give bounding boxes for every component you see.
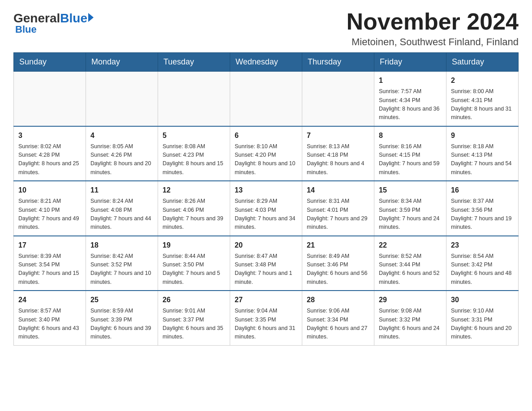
day-number: 30	[451, 295, 514, 305]
day-number: 19	[163, 240, 225, 251]
table-row: 10Sunrise: 8:21 AM Sunset: 4:10 PM Dayli…	[14, 181, 86, 236]
table-row: 28Sunrise: 9:06 AM Sunset: 3:34 PM Dayli…	[302, 291, 374, 345]
day-number: 5	[163, 130, 225, 141]
day-info: Sunrise: 7:57 AM Sunset: 4:34 PM Dayligh…	[379, 87, 442, 122]
table-row: 17Sunrise: 8:39 AM Sunset: 3:54 PM Dayli…	[14, 236, 86, 291]
calendar-week-row: 17Sunrise: 8:39 AM Sunset: 3:54 PM Dayli…	[14, 236, 519, 291]
day-info: Sunrise: 8:24 AM Sunset: 4:08 PM Dayligh…	[90, 197, 153, 232]
day-info: Sunrise: 8:10 AM Sunset: 4:20 PM Dayligh…	[235, 142, 297, 177]
table-row: 12Sunrise: 8:26 AM Sunset: 4:06 PM Dayli…	[158, 181, 230, 236]
table-row: 23Sunrise: 8:54 AM Sunset: 3:42 PM Dayli…	[446, 236, 519, 291]
day-info: Sunrise: 8:39 AM Sunset: 3:54 PM Dayligh…	[18, 252, 81, 287]
table-row: 9Sunrise: 8:18 AM Sunset: 4:13 PM Daylig…	[446, 126, 519, 181]
header-tuesday: Tuesday	[158, 53, 230, 72]
day-info: Sunrise: 8:00 AM Sunset: 4:31 PM Dayligh…	[451, 87, 514, 122]
day-info: Sunrise: 8:31 AM Sunset: 4:01 PM Dayligh…	[307, 197, 369, 232]
day-info: Sunrise: 8:21 AM Sunset: 4:10 PM Dayligh…	[18, 197, 81, 232]
day-number: 7	[307, 130, 369, 141]
calendar-table: Sunday Monday Tuesday Wednesday Thursday…	[13, 52, 519, 346]
location-subtitle: Mietoinen, Southwest Finland, Finland	[347, 36, 519, 48]
day-info: Sunrise: 8:49 AM Sunset: 3:46 PM Dayligh…	[307, 252, 369, 287]
table-row: 8Sunrise: 8:16 AM Sunset: 4:15 PM Daylig…	[374, 126, 446, 181]
header-thursday: Thursday	[302, 53, 374, 72]
logo-blue: Blue	[60, 11, 87, 26]
table-row: 5Sunrise: 8:08 AM Sunset: 4:23 PM Daylig…	[158, 126, 230, 181]
day-number: 3	[18, 130, 81, 141]
logo-subtitle: Blue	[15, 24, 37, 35]
day-info: Sunrise: 9:10 AM Sunset: 3:31 PM Dayligh…	[451, 307, 514, 342]
day-number: 14	[307, 185, 369, 196]
day-info: Sunrise: 9:08 AM Sunset: 3:32 PM Dayligh…	[379, 307, 442, 342]
day-number: 28	[307, 295, 369, 305]
day-info: Sunrise: 9:06 AM Sunset: 3:34 PM Dayligh…	[307, 307, 369, 342]
day-info: Sunrise: 8:02 AM Sunset: 4:28 PM Dayligh…	[18, 142, 81, 177]
table-row: 22Sunrise: 8:52 AM Sunset: 3:44 PM Dayli…	[374, 236, 446, 291]
day-number: 17	[18, 240, 81, 251]
day-number: 25	[90, 295, 153, 305]
day-number: 20	[235, 240, 297, 251]
day-info: Sunrise: 8:05 AM Sunset: 4:26 PM Dayligh…	[90, 142, 153, 177]
table-row: 15Sunrise: 8:34 AM Sunset: 3:59 PM Dayli…	[374, 181, 446, 236]
table-row: 16Sunrise: 8:37 AM Sunset: 3:56 PM Dayli…	[446, 181, 519, 236]
day-info: Sunrise: 8:47 AM Sunset: 3:48 PM Dayligh…	[235, 252, 297, 287]
day-number: 8	[379, 130, 442, 141]
table-row: 13Sunrise: 8:29 AM Sunset: 4:03 PM Dayli…	[230, 181, 302, 236]
day-number: 11	[90, 185, 153, 196]
day-info: Sunrise: 8:16 AM Sunset: 4:15 PM Dayligh…	[379, 142, 442, 177]
table-row: 14Sunrise: 8:31 AM Sunset: 4:01 PM Dayli…	[302, 181, 374, 236]
table-row	[302, 72, 374, 126]
table-row: 24Sunrise: 8:57 AM Sunset: 3:40 PM Dayli…	[14, 291, 86, 345]
table-row	[86, 72, 158, 126]
table-row: 19Sunrise: 8:44 AM Sunset: 3:50 PM Dayli…	[158, 236, 230, 291]
day-info: Sunrise: 8:37 AM Sunset: 3:56 PM Dayligh…	[451, 197, 514, 232]
calendar-week-row: 10Sunrise: 8:21 AM Sunset: 4:10 PM Dayli…	[14, 181, 519, 236]
day-info: Sunrise: 8:59 AM Sunset: 3:39 PM Dayligh…	[90, 307, 153, 342]
day-number: 15	[379, 185, 442, 196]
day-info: Sunrise: 9:01 AM Sunset: 3:37 PM Dayligh…	[163, 307, 225, 342]
day-info: Sunrise: 8:26 AM Sunset: 4:06 PM Dayligh…	[163, 197, 225, 232]
table-row	[230, 72, 302, 126]
day-info: Sunrise: 8:57 AM Sunset: 3:40 PM Dayligh…	[18, 307, 81, 342]
header-monday: Monday	[86, 53, 158, 72]
day-number: 1	[379, 75, 442, 86]
day-info: Sunrise: 8:52 AM Sunset: 3:44 PM Dayligh…	[379, 252, 442, 287]
day-number: 4	[90, 130, 153, 141]
day-info: Sunrise: 8:13 AM Sunset: 4:18 PM Dayligh…	[307, 142, 369, 177]
day-number: 12	[163, 185, 225, 196]
table-row	[14, 72, 86, 126]
page-header: General Blue Blue November 2024 Mietoine…	[13, 9, 519, 48]
table-row: 1Sunrise: 7:57 AM Sunset: 4:34 PM Daylig…	[374, 72, 446, 126]
day-number: 18	[90, 240, 153, 251]
day-number: 26	[163, 295, 225, 305]
table-row: 6Sunrise: 8:10 AM Sunset: 4:20 PM Daylig…	[230, 126, 302, 181]
logo-arrow-icon	[88, 13, 94, 22]
month-title: November 2024	[347, 9, 519, 34]
day-number: 21	[307, 240, 369, 251]
table-row: 20Sunrise: 8:47 AM Sunset: 3:48 PM Dayli…	[230, 236, 302, 291]
table-row	[158, 72, 230, 126]
title-area: November 2024 Mietoinen, Southwest Finla…	[347, 9, 519, 48]
day-number: 23	[451, 240, 514, 251]
day-number: 9	[451, 130, 514, 141]
day-number: 6	[235, 130, 297, 141]
logo: General Blue Blue	[13, 9, 94, 35]
day-info: Sunrise: 8:08 AM Sunset: 4:23 PM Dayligh…	[163, 142, 225, 177]
table-row: 3Sunrise: 8:02 AM Sunset: 4:28 PM Daylig…	[14, 126, 86, 181]
header-wednesday: Wednesday	[230, 53, 302, 72]
day-number: 29	[379, 295, 442, 305]
table-row: 27Sunrise: 9:04 AM Sunset: 3:35 PM Dayli…	[230, 291, 302, 345]
day-number: 16	[451, 185, 514, 196]
table-row: 7Sunrise: 8:13 AM Sunset: 4:18 PM Daylig…	[302, 126, 374, 181]
day-number: 27	[235, 295, 297, 305]
day-number: 22	[379, 240, 442, 251]
day-number: 13	[235, 185, 297, 196]
day-number: 24	[18, 295, 81, 305]
calendar-week-row: 1Sunrise: 7:57 AM Sunset: 4:34 PM Daylig…	[14, 72, 519, 126]
table-row: 25Sunrise: 8:59 AM Sunset: 3:39 PM Dayli…	[86, 291, 158, 345]
day-number: 10	[18, 185, 81, 196]
header-friday: Friday	[374, 53, 446, 72]
table-row: 29Sunrise: 9:08 AM Sunset: 3:32 PM Dayli…	[374, 291, 446, 345]
table-row: 4Sunrise: 8:05 AM Sunset: 4:26 PM Daylig…	[86, 126, 158, 181]
day-info: Sunrise: 8:34 AM Sunset: 3:59 PM Dayligh…	[379, 197, 442, 232]
table-row: 18Sunrise: 8:42 AM Sunset: 3:52 PM Dayli…	[86, 236, 158, 291]
